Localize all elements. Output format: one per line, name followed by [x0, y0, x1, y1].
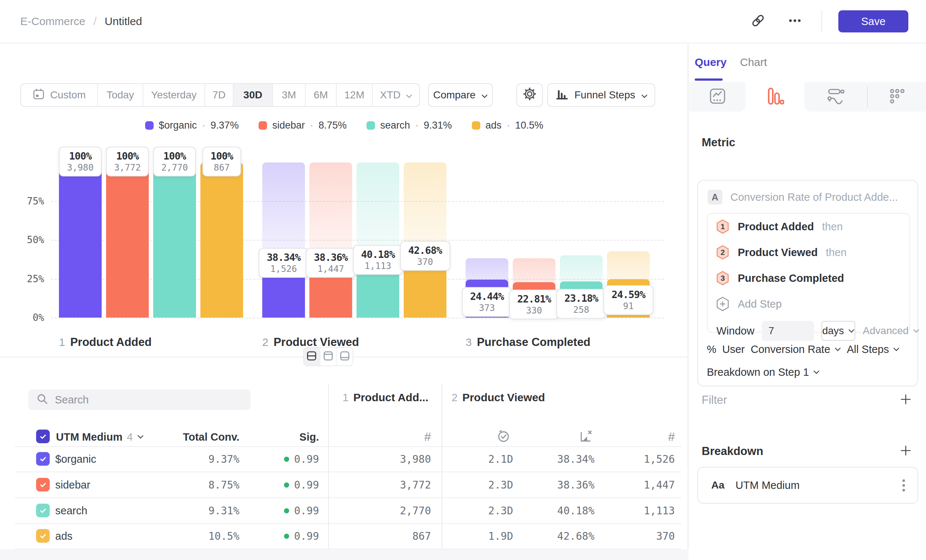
cell-conv-rate: 38.36%: [527, 479, 595, 491]
cell-avg-time: 2.1D: [449, 453, 513, 465]
more-options-button[interactable]: [785, 11, 805, 32]
cell-step1-count: 3,980: [354, 453, 431, 465]
table-row[interactable]: ads 10.5% 0.99 867 1.9D 42.68% 370: [0, 523, 688, 549]
row-checkbox[interactable]: [36, 504, 50, 517]
cell-total-conv: 10.5%: [155, 530, 239, 542]
table-group-header-2: 2 Product Viewed: [452, 391, 545, 404]
cell-count: 1,526: [608, 453, 675, 465]
funnel-bar[interactable]: [153, 162, 196, 318]
funnel-bar[interactable]: [106, 162, 149, 318]
step-number: 3: [466, 336, 472, 348]
step-axis-label-1: 1 Product Added: [59, 336, 152, 349]
bar-value-label: 100%2,770: [153, 147, 196, 177]
row-checkbox[interactable]: [36, 529, 50, 543]
cell-count: 1,447: [608, 479, 675, 491]
tab-chart[interactable]: Chart: [740, 56, 767, 68]
cell-avg-time: 1.9D: [449, 530, 513, 542]
cell-conv-rate: 42.68%: [527, 530, 595, 542]
cell-avg-time: 2.3D: [449, 505, 513, 517]
chevron-down-icon: [913, 329, 919, 333]
breadcrumb-project[interactable]: E-Commerce: [20, 15, 85, 28]
plus-icon: [900, 445, 912, 457]
cell-conv-rate: 38.34%: [527, 453, 595, 465]
sig-dot: [284, 533, 289, 539]
funnel-step-2[interactable]: 2 Product Viewed then: [708, 239, 909, 265]
kebab-menu-icon[interactable]: [902, 479, 905, 492]
count-column-header[interactable]: #: [380, 430, 431, 444]
funnel-bar[interactable]: [59, 162, 102, 318]
row-checkbox[interactable]: [36, 452, 50, 466]
search-input[interactable]: [55, 394, 232, 406]
count2-column-header[interactable]: #: [626, 430, 675, 444]
table-row[interactable]: search 9.31% 0.99 2,770 2.3D 40.18% 1,11…: [0, 498, 688, 524]
metric-letter-badge: A: [708, 190, 722, 204]
layout-chart-only-button[interactable]: [321, 348, 337, 365]
bar-value-label: 40.18%1,113: [353, 245, 403, 275]
funnel-step-1[interactable]: 1 Product Added then: [708, 214, 909, 239]
total-conv-header[interactable]: Total Conv.: [155, 431, 239, 443]
breakdown-on-step-select[interactable]: Breakdown on Step 1: [707, 366, 820, 378]
breadcrumb-report-title[interactable]: Untitled: [104, 15, 142, 28]
step-then: then: [826, 247, 846, 259]
funnel-bar[interactable]: [200, 162, 243, 318]
funnel-step-3[interactable]: 3 Purchase Completed: [708, 265, 909, 291]
window-unit-select[interactable]: days: [822, 321, 855, 341]
breakdown-property-card[interactable]: Aa UTM Medium: [697, 467, 918, 504]
breakdown-header-label: UTM Medium: [56, 431, 122, 443]
add-breakdown-button[interactable]: [900, 445, 912, 458]
ellipsis-icon: [787, 12, 803, 30]
tab-insights[interactable]: [689, 82, 746, 112]
plus-icon: [900, 394, 912, 405]
advanced-toggle[interactable]: Advanced: [862, 325, 919, 337]
step-axis-label-3: 3 Purchase Completed: [466, 336, 590, 349]
bar-value-label: 24.44%373: [462, 287, 512, 317]
tab-retention[interactable]: [868, 82, 926, 112]
measure-scope-label: All Steps: [847, 344, 889, 356]
layout-table-only-button[interactable]: [337, 348, 353, 365]
chevron-down-icon: [848, 329, 855, 333]
table-group-header-1: 1 Product Add...: [343, 391, 428, 404]
save-button[interactable]: Save: [838, 10, 908, 32]
breakdown-column-header[interactable]: UTM Medium 4: [56, 431, 144, 443]
cell-total-conv: 9.31%: [155, 505, 239, 517]
table-row[interactable]: sidebar 8.75% 0.99 3,772 2.3D 38.36% 1,4…: [0, 472, 688, 498]
percent-icon: %: [707, 344, 716, 356]
breakdown-on-step-label: Breakdown on Step 1: [707, 366, 809, 378]
window-value-input[interactable]: [762, 321, 814, 341]
step-hexagon-badge: 2: [716, 245, 730, 260]
topbar: E-Commerce / Untitled: [0, 0, 926, 44]
sig-header[interactable]: Sig.: [258, 431, 319, 443]
conv-rate-column-header[interactable]: [542, 429, 593, 445]
bar-value-label: 22.81%330: [509, 289, 559, 319]
window-unit-label: days: [822, 325, 844, 337]
cell-conv-rate: 40.18%: [527, 505, 595, 517]
tab-flows[interactable]: [805, 82, 867, 112]
breakdown-property-name: UTM Medium: [735, 479, 800, 492]
breakdown-count: 4: [127, 431, 133, 443]
sig-value: 0.99: [294, 479, 319, 491]
step-hexagon-badge: 1: [716, 219, 730, 234]
copy-link-button[interactable]: [748, 11, 769, 32]
row-name: ads: [55, 530, 73, 542]
chevron-down-icon: [835, 347, 841, 351]
metric-title: Conversion Rate of Product Adde...: [731, 191, 898, 203]
step-event-name: Product Added: [738, 221, 814, 233]
hash-icon: #: [668, 430, 675, 444]
add-filter-button[interactable]: [900, 394, 912, 407]
funnel-chart-layer: 75% 50% 25% 0% 1 Product Added 2 Product…: [0, 44, 688, 376]
select-all-checkbox[interactable]: [36, 430, 50, 443]
row-checkbox[interactable]: [36, 478, 50, 492]
chevron-down-icon: [138, 435, 144, 439]
tab-funnels[interactable]: [746, 82, 805, 112]
add-step-button[interactable]: Add Step: [708, 291, 909, 317]
measure-scope-select[interactable]: All Steps: [847, 344, 899, 356]
breadcrumb: E-Commerce / Untitled: [20, 15, 142, 28]
layout-split-button[interactable]: [304, 348, 321, 365]
avg-time-column-header[interactable]: [460, 429, 510, 445]
table-row[interactable]: $organic 9.37% 0.99 3,980 2.1D 38.34% 1,…: [0, 446, 688, 472]
layout-bottom-icon: [340, 351, 350, 363]
tab-query[interactable]: Query: [694, 56, 727, 68]
measure-entity[interactable]: User: [722, 344, 745, 356]
metric-title-row[interactable]: A Conversion Rate of Product Adde...: [708, 187, 908, 207]
measure-type-select[interactable]: Conversion Rate: [750, 344, 841, 356]
